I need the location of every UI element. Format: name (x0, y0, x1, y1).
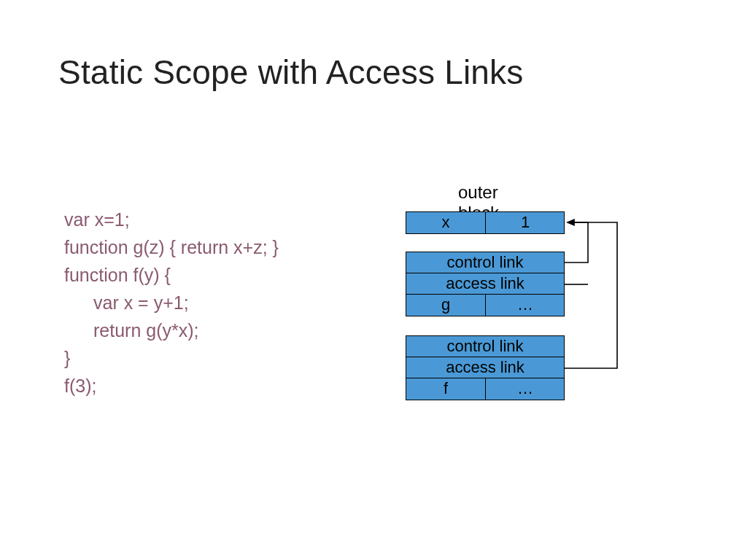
val-cell: 1 (486, 212, 565, 233)
code-line: f(3); (64, 376, 96, 396)
code-line: function g(z) { return x+z; } (64, 237, 279, 257)
frame-outer: x 1 (406, 211, 565, 234)
page-title: Static Scope with Access Links (58, 52, 524, 92)
code-line: return g(y*x); (64, 316, 198, 344)
code-line: var x = y+1; (64, 289, 189, 316)
var-cell: g (406, 295, 486, 316)
code-line: var x=1; (64, 209, 130, 230)
frame-row: f … (406, 378, 564, 400)
control-link-row: control link (406, 252, 564, 273)
val-cell: … (486, 378, 565, 400)
frame-row: g … (406, 295, 564, 316)
var-cell: f (406, 378, 486, 400)
slide: Static Scope with Access Links var x=1; … (0, 0, 747, 560)
frame-f: control link access link f … (406, 335, 565, 400)
access-link-row: access link (406, 273, 564, 295)
code-line: function f(y) { (64, 265, 171, 285)
control-link-row: control link (406, 336, 564, 357)
frame-row: x 1 (406, 212, 564, 233)
access-link-row: access link (406, 357, 564, 378)
var-cell: x (406, 212, 486, 233)
code-block: var x=1; function g(z) { return x+z; } f… (64, 178, 279, 400)
code-line: } (64, 348, 70, 368)
frame-g: control link access link g … (406, 252, 565, 316)
val-cell: … (486, 295, 565, 316)
